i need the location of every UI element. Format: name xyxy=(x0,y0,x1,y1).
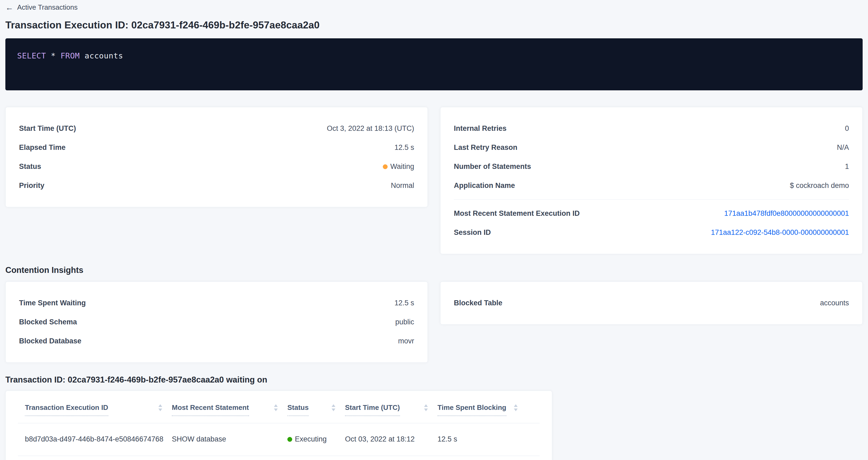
start-time-value: Oct 3, 2022 at 18:13 (UTC) xyxy=(327,124,414,133)
contention-insights-heading: Contention Insights xyxy=(5,266,863,275)
sort-icon xyxy=(273,404,278,411)
status-label: Status xyxy=(19,162,41,171)
sort-icon xyxy=(424,404,428,411)
last-retry-reason-row: Last Retry Reason N/A xyxy=(454,138,849,157)
priority-value: Normal xyxy=(391,182,414,190)
column-header-label: Most Recent Statement xyxy=(172,404,249,416)
session-id-link[interactable]: 171aa122-c092-54b8-0000-000000000001 xyxy=(711,228,849,237)
column-header-start-time[interactable]: Start Time (UTC) xyxy=(345,404,437,416)
status-row: Status Waiting xyxy=(19,157,414,176)
cell-status-text: Executing xyxy=(295,435,327,443)
application-name-value: $ cockroach demo xyxy=(790,182,849,190)
card-divider xyxy=(454,200,849,200)
blocked-database-label: Blocked Database xyxy=(19,337,82,345)
contention-details-card: Time Spent Waiting 12.5 s Blocked Schema… xyxy=(5,281,428,363)
time-spent-waiting-label: Time Spent Waiting xyxy=(19,299,86,307)
blocked-table-label: Blocked Table xyxy=(454,299,502,307)
waiting-status-dot-icon xyxy=(383,164,388,169)
waiting-on-table-card: Transaction Execution ID Most Recent Sta… xyxy=(5,391,552,460)
cell-start-time: Oct 03, 2022 at 18:12 xyxy=(345,435,437,443)
sql-text: accounts xyxy=(80,51,123,60)
waiting-on-table: Transaction Execution ID Most Recent Sta… xyxy=(18,391,539,456)
internal-retries-value: 0 xyxy=(845,124,849,133)
last-retry-reason-label: Last Retry Reason xyxy=(454,144,517,152)
application-name-label: Application Name xyxy=(454,182,515,190)
table-header-row: Transaction Execution ID Most Recent Sta… xyxy=(18,391,539,423)
column-header-label: Time Spent Blocking xyxy=(437,404,506,416)
number-of-statements-value: 1 xyxy=(845,162,849,171)
back-to-active-transactions-link[interactable]: ← Active Transactions xyxy=(5,0,78,11)
priority-row: Priority Normal xyxy=(19,176,414,195)
elapsed-time-value: 12.5 s xyxy=(394,144,414,152)
blocked-schema-value: public xyxy=(395,318,414,326)
number-of-statements-label: Number of Statements xyxy=(454,162,531,171)
column-header-label: Start Time (UTC) xyxy=(345,404,400,416)
blocked-database-value: movr xyxy=(398,337,414,345)
internal-retries-label: Internal Retries xyxy=(454,124,507,133)
sort-icon xyxy=(158,404,163,411)
statement-execution-id-link[interactable]: 171aa1b478fdf0e80000000000000001 xyxy=(724,209,849,218)
statement-execution-id-row: Most Recent Statement Execution ID 171aa… xyxy=(454,204,849,223)
transaction-summary-card: Start Time (UTC) Oct 3, 2022 at 18:13 (U… xyxy=(5,107,428,207)
back-arrow-icon: ← xyxy=(5,3,13,11)
column-header-label: Transaction Execution ID xyxy=(25,404,108,416)
sql-keyword: FROM xyxy=(61,51,80,60)
column-header-most-recent-statement[interactable]: Most Recent Statement xyxy=(172,404,287,416)
column-header-label: Status xyxy=(287,404,309,416)
application-name-row: Application Name $ cockroach demo xyxy=(454,176,849,195)
table-row: b8d7d03a-d497-446b-8474-e50846674768 SHO… xyxy=(18,423,539,456)
time-spent-waiting-row: Time Spent Waiting 12.5 s xyxy=(19,294,414,313)
blocked-table-card: Blocked Table accounts xyxy=(440,281,863,325)
start-time-label: Start Time (UTC) xyxy=(19,124,76,133)
sort-icon xyxy=(331,404,336,411)
number-of-statements-row: Number of Statements 1 xyxy=(454,157,849,176)
elapsed-time-label: Elapsed Time xyxy=(19,144,66,152)
column-header-transaction-execution-id[interactable]: Transaction Execution ID xyxy=(18,404,172,416)
status-value: Waiting xyxy=(383,162,414,171)
priority-label: Priority xyxy=(19,182,44,190)
sort-icon xyxy=(513,404,518,411)
status-text: Waiting xyxy=(390,162,414,171)
blocked-database-row: Blocked Database movr xyxy=(19,332,414,350)
blocked-schema-label: Blocked Schema xyxy=(19,318,77,326)
execution-details-card: Internal Retries 0 Last Retry Reason N/A… xyxy=(440,107,863,254)
time-spent-waiting-value: 12.5 s xyxy=(394,299,414,307)
start-time-row: Start Time (UTC) Oct 3, 2022 at 18:13 (U… xyxy=(19,119,414,138)
elapsed-time-row: Elapsed Time 12.5 s xyxy=(19,138,414,157)
sql-statement: SELECT * FROM accounts xyxy=(17,51,123,60)
statement-execution-id-label: Most Recent Statement Execution ID xyxy=(454,209,580,218)
internal-retries-row: Internal Retries 0 xyxy=(454,119,849,138)
sql-keyword: SELECT xyxy=(17,51,46,60)
column-header-time-spent-blocking[interactable]: Time Spent Blocking xyxy=(437,404,527,416)
sql-statement-box: SELECT * FROM accounts xyxy=(5,38,863,90)
summary-cards-row: Start Time (UTC) Oct 3, 2022 at 18:13 (U… xyxy=(5,107,863,254)
last-retry-reason-value: N/A xyxy=(837,144,849,152)
column-header-status[interactable]: Status xyxy=(287,404,345,416)
transaction-details-page: ← Active Transactions Transaction Execut… xyxy=(0,0,868,460)
back-link-label: Active Transactions xyxy=(17,3,78,11)
contention-cards-row: Time Spent Waiting 12.5 s Blocked Schema… xyxy=(5,281,863,363)
cell-time-spent-blocking: 12.5 s xyxy=(437,435,527,443)
cell-transaction-execution-id: b8d7d03a-d497-446b-8474-e50846674768 xyxy=(18,435,172,443)
blocked-table-row: Blocked Table accounts xyxy=(454,294,849,313)
session-id-label: Session ID xyxy=(454,228,491,237)
cell-status: Executing xyxy=(287,435,345,443)
page-title: Transaction Execution ID: 02ca7931-f246-… xyxy=(5,20,863,31)
blocked-table-value: accounts xyxy=(820,299,849,307)
waiting-on-heading: Transaction ID: 02ca7931-f246-469b-b2fe-… xyxy=(5,375,863,385)
sql-text: * xyxy=(46,51,61,60)
blocked-schema-row: Blocked Schema public xyxy=(19,313,414,332)
cell-most-recent-statement: SHOW database xyxy=(172,435,287,443)
session-id-row: Session ID 171aa122-c092-54b8-0000-00000… xyxy=(454,223,849,242)
executing-status-dot-icon xyxy=(287,437,292,442)
